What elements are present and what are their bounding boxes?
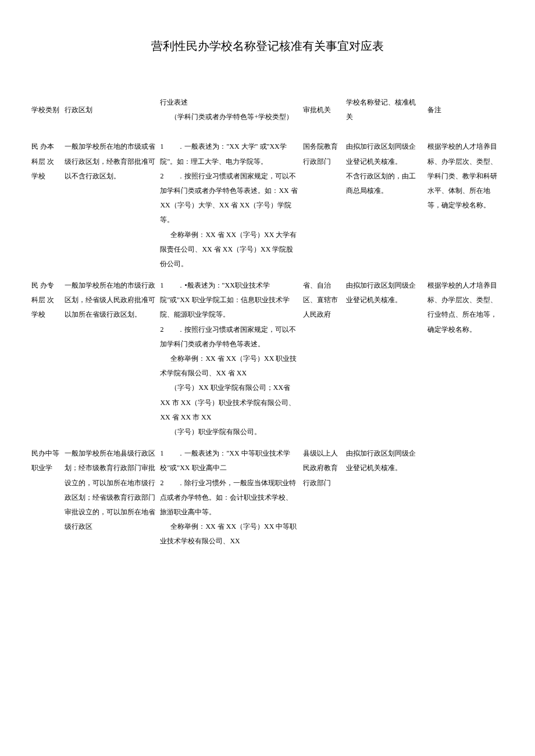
cell-category: 民办中等职业学 [29,443,62,552]
table-row: 民 办专 科层 次学校 一般加学校所在地的市级行政区划，经省级人民政府批准可以加… [29,275,506,443]
header-category: 学校类别 [29,92,62,136]
header-registration: 学校名称登记、核准机关 [344,92,425,136]
cell-registration: 由拟加行政区划同级企业登记机关核准。 [344,443,425,552]
table-header-row: 学校类别 行政区划 行业表述 （学科门类或者办学特色等+学校类型） 审批机关 学… [29,92,506,136]
page-title: 营利性民办学校名称登记核准有关事宜对应表 [29,35,506,57]
cell-notes: 根据学校的人才培养目标、办学层次、类型、学科门类、教学和科研水平、体制、所在地等… [425,136,506,275]
cell-registration: 由拟加行政区划同级企业登记机关核准。 不含行政区划的，由工商总局核准。 [344,136,425,275]
cell-approval: 省、自治区、直辖市人民政府 [301,275,344,443]
table-row: 民办中等职业学 一般加学校所在地县级行政区划；经市级教育行政部门审批设立的，可以… [29,443,506,552]
cell-industry: 1．一般表述为："XX 大学" 或"XX学院"。如：理工大学、电力学院等。 2．… [158,136,301,275]
cell-notes: 根据学校的人才培养目标、办学层次、类型、行业特点、所在地等，确定学校名称。 [425,275,506,443]
cell-district: 一般加学校所在地的市级或省级行政区划，经教育部批准可以不含行政区划。 [62,136,158,275]
cell-industry: 1．一般表述为："XX 中等职业技术学校"或"XX 职业高中二 2．除行业习惯外… [158,443,301,552]
correspondence-table: 学校类别 行政区划 行业表述 （学科门类或者办学特色等+学校类型） 审批机关 学… [29,92,506,552]
table-row: 民 办本 科层 次学校 一般加学校所在地的市级或省级行政区划，经教育部批准可以不… [29,136,506,275]
cell-district: 一般加学校所在地县级行政区划；经市级教育行政部门审批设立的，可以加所在地市级行政… [62,443,158,552]
cell-category: 民 办本 科层 次学校 [29,136,62,275]
cell-registration: 由拟加行政区划同级企业登记机关核准。 [344,275,425,443]
header-district: 行政区划 [62,92,158,136]
header-industry: 行业表述 （学科门类或者办学特色等+学校类型） [158,92,301,136]
cell-industry: 1．•般表述为："XX职业技术学院"或"XX 职业学院工如：信息职业技术学院、能… [158,275,301,443]
cell-category: 民 办专 科层 次学校 [29,275,62,443]
cell-approval: 县级以上人民政府教育行政部门 [301,443,344,552]
cell-approval: 国务院教育行政部门 [301,136,344,275]
cell-notes [425,443,506,552]
header-approval: 审批机关 [301,92,344,136]
cell-district: 一般加学校所在地的市级行政区划，经省级人民政府批准可以加所在省级行政区划。 [62,275,158,443]
header-notes: 备注 [425,92,506,136]
